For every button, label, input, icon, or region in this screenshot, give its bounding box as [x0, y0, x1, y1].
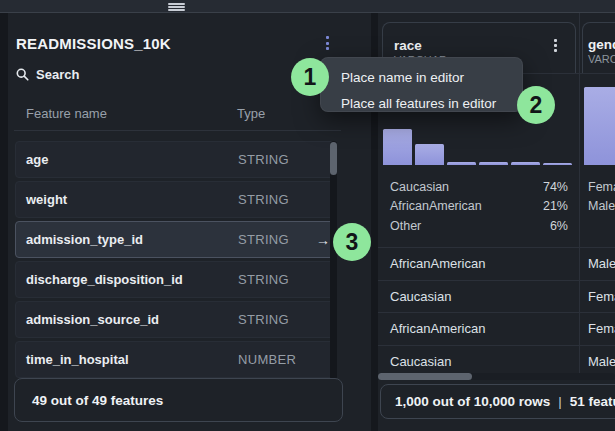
stat-label: Male	[588, 199, 615, 213]
stat-value: 6%	[550, 219, 568, 233]
cell-race: Caucasian	[390, 289, 451, 304]
feature-name: admission_type_id	[26, 232, 143, 247]
feature-type: NUMBER	[238, 352, 296, 367]
app-window: READMISSIONS_10K Search Feature name Typ…	[0, 0, 615, 431]
search-control[interactable]: Search	[16, 67, 79, 82]
histogram-bar	[584, 87, 615, 165]
histogram-bar	[511, 162, 540, 165]
column-header-race[interactable]: race	[394, 38, 422, 53]
feature-row-weight[interactable]: weight STRING	[15, 181, 336, 218]
feature-name: weight	[26, 192, 67, 207]
stat-row: AfricanAmerican 21%	[390, 197, 568, 217]
column-header-gender[interactable]: gender	[588, 37, 615, 52]
dataset-menu-kebab-icon[interactable]	[326, 36, 329, 50]
footer-feature-count-text: 51 features	[570, 394, 615, 409]
histogram-bar	[543, 163, 572, 165]
vertical-scrollbar-thumb[interactable]	[330, 142, 337, 175]
feature-name: discharge_disposition_id	[26, 272, 183, 287]
menu-item-place-name-in-editor[interactable]: Place name in editor	[321, 65, 522, 91]
feature-row-admission-source-id[interactable]: admission_source_id STRING	[15, 301, 336, 338]
histogram-bar	[415, 144, 444, 165]
table-row[interactable]: Caucasian Female	[378, 280, 615, 313]
stat-row: Caucasian 74%	[390, 177, 568, 197]
feature-row-discharge-disposition-id[interactable]: discharge_disposition_id STRING	[15, 261, 336, 298]
cell-gender: Female	[588, 289, 615, 304]
histogram-bar	[383, 129, 412, 165]
stat-row: Other 6%	[390, 216, 568, 236]
stat-row: Female	[588, 177, 615, 197]
race-column-menu-kebab-icon[interactable]	[554, 39, 557, 52]
arrow-right-icon: →	[316, 232, 330, 248]
row-count-footer: 1,000 out of 10,000 rows | 51 features	[380, 384, 615, 419]
feature-type: STRING	[238, 152, 289, 167]
table-row[interactable]: AfricanAmerican Male	[378, 247, 615, 280]
feature-name: time_in_hospital	[26, 352, 129, 367]
feature-name: admission_source_id	[26, 312, 159, 327]
column-header-feature-name: Feature name	[26, 106, 107, 121]
column-context-menu: Place name in editor Place all features …	[320, 57, 523, 112]
header-divider	[14, 130, 341, 131]
race-stats: Caucasian 74% AfricanAmerican 21% Other …	[390, 177, 568, 236]
top-splitter-bar	[0, 0, 615, 13]
table-row[interactable]: AfricanAmerican Female	[378, 312, 615, 345]
stat-label: Caucasian	[390, 180, 449, 194]
cell-gender: Male	[588, 354, 615, 369]
feature-type: STRING	[238, 232, 289, 247]
horizontal-scrollbar-thumb[interactable]	[378, 373, 472, 380]
gender-type-label: VARCHAR	[588, 53, 615, 65]
feature-row-time-in-hospital[interactable]: time_in_hospital NUMBER	[15, 341, 336, 378]
stat-label: AfricanAmerican	[390, 199, 482, 213]
cell-gender: Male	[588, 256, 615, 271]
feature-type: STRING	[238, 312, 289, 327]
drag-handle-icon[interactable]	[168, 3, 185, 11]
gender-histogram	[584, 75, 615, 165]
row-count-text: 1,000 out of 10,000 rows	[395, 394, 550, 409]
stat-label: Other	[390, 219, 421, 233]
vertical-scrollbar-track[interactable]	[330, 141, 337, 380]
cell-race: Caucasian	[390, 354, 451, 369]
dataset-title: READMISSIONS_10K	[16, 35, 171, 52]
menu-item-place-all-features-in-editor[interactable]: Place all features in editor	[321, 91, 522, 117]
feature-list: age STRING weight STRING admission_type_…	[15, 141, 336, 378]
cell-race: AfricanAmerican	[390, 256, 485, 271]
feature-row-age[interactable]: age STRING	[15, 141, 336, 178]
feature-type: STRING	[238, 272, 289, 287]
footer-separator: |	[558, 394, 562, 409]
cell-gender: Female	[588, 321, 615, 336]
stat-value: 74%	[543, 180, 568, 194]
column-header-type: Type	[237, 106, 265, 121]
feature-row-admission-type-id[interactable]: admission_type_id STRING →	[15, 221, 336, 258]
stat-label: Female	[588, 180, 615, 194]
feature-count-text: 49 out of 49 features	[32, 393, 163, 408]
feature-name: age	[26, 152, 48, 167]
histogram-bar	[447, 162, 476, 165]
annotation-badge-2: 2	[517, 86, 555, 124]
gender-stats: Female Male	[588, 177, 615, 216]
search-label: Search	[36, 67, 79, 82]
search-icon	[16, 68, 29, 81]
feature-count-footer: 49 out of 49 features	[14, 378, 343, 422]
stat-row: Male	[588, 197, 615, 217]
annotation-badge-3: 3	[333, 223, 371, 261]
stat-value: 21%	[543, 199, 568, 213]
annotation-badge-1: 1	[291, 58, 329, 96]
feature-type: STRING	[238, 192, 289, 207]
cell-race: AfricanAmerican	[390, 321, 485, 336]
histogram-bar	[479, 162, 508, 165]
